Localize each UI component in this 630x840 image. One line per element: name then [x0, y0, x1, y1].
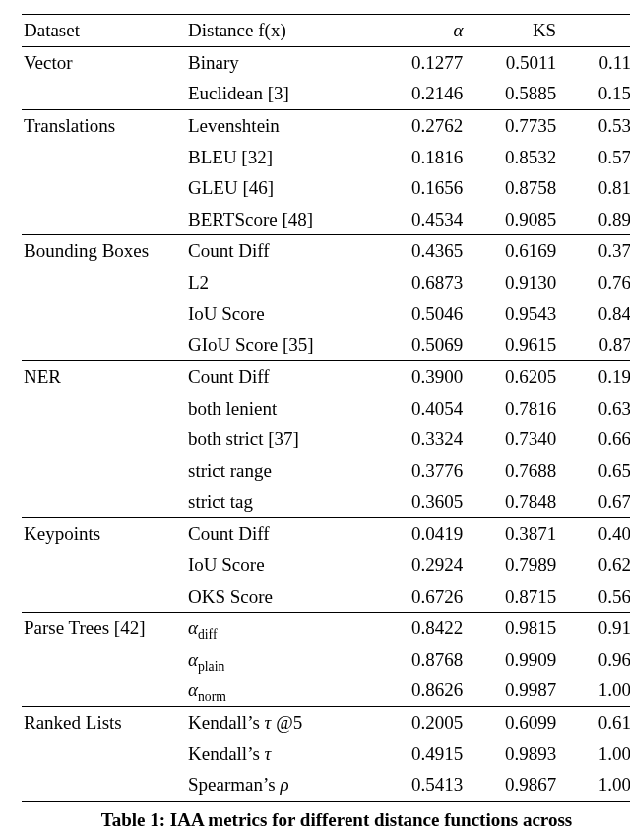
cell-function: Count Diff	[186, 361, 372, 393]
cell-function: L2	[186, 267, 372, 298]
cell-function: strict range	[186, 455, 372, 486]
col-function: Distance f(x)	[186, 15, 372, 47]
table-row: VectorBinary0.12770.50110.1151	[22, 46, 630, 78]
cell-ks: 0.7340	[465, 423, 558, 455]
cell-ks: 0.7989	[465, 549, 558, 581]
cell-ks: 0.7816	[465, 393, 558, 424]
cell-alpha: 0.5069	[372, 329, 466, 360]
cell-function: both lenient	[186, 393, 372, 424]
cell-alpha: 0.8422	[372, 613, 466, 644]
cell-dataset: Parse Trees [42]	[22, 613, 186, 644]
cell-dataset	[22, 393, 186, 424]
cell-dataset	[22, 739, 186, 770]
cell-alpha: 0.5413	[372, 769, 466, 801]
table-header-row: Dataset Distance f(x) α KS σ	[22, 15, 630, 47]
cell-function: Kendall’s τ	[186, 739, 372, 770]
table-row: KeypointsCount Diff0.04190.38710.4007	[22, 518, 630, 549]
cell-dataset	[22, 78, 186, 109]
cell-ks: 0.8715	[465, 581, 558, 613]
cell-function: αnorm	[186, 675, 372, 706]
cell-sigma: 0.6158	[558, 707, 630, 739]
cell-sigma: 0.1151	[558, 46, 630, 78]
cell-alpha: 0.8626	[372, 675, 466, 706]
cell-function: both strict [37]	[186, 423, 372, 455]
cell-sigma: 0.3736	[558, 235, 630, 267]
table-row: GLEU [46]0.16560.87580.8100	[22, 172, 630, 204]
cell-alpha: 0.4365	[372, 235, 466, 267]
cell-function: αdiff	[186, 613, 372, 644]
cell-ks: 0.9615	[465, 329, 558, 360]
cell-alpha: 0.8768	[372, 644, 466, 676]
cell-dataset	[22, 455, 186, 486]
col-alpha: α	[372, 15, 466, 47]
cell-ks: 0.3871	[465, 518, 558, 549]
cell-ks: 0.6099	[465, 707, 558, 739]
cell-ks: 0.7688	[465, 455, 558, 486]
cell-alpha: 0.2146	[372, 78, 466, 109]
cell-dataset: Bounding Boxes	[22, 235, 186, 267]
cell-ks: 0.9815	[465, 613, 558, 644]
cell-ks: 0.7735	[465, 109, 558, 141]
cell-alpha: 0.3900	[372, 361, 466, 393]
cell-dataset	[22, 581, 186, 613]
cell-alpha: 0.0419	[372, 518, 466, 549]
table-row: IoU Score0.29240.79890.6278	[22, 549, 630, 581]
table-row: NERCount Diff0.39000.62050.1969	[22, 361, 630, 393]
cell-sigma: 0.5373	[558, 109, 630, 141]
cell-function: Spearman’s ρ	[186, 769, 372, 801]
cell-sigma: 1.0000	[558, 769, 630, 801]
table-row: GIoU Score [35]0.50690.96150.8711	[22, 329, 630, 360]
table-row: TranslationsLevenshtein0.27620.77350.537…	[22, 109, 630, 141]
cell-sigma: 0.1593	[558, 78, 630, 109]
cell-ks: 0.9909	[465, 644, 558, 676]
cell-function: αplain	[186, 644, 372, 676]
cell-dataset	[22, 172, 186, 204]
cell-dataset	[22, 549, 186, 581]
table-row: both strict [37]0.33240.73400.6620	[22, 423, 630, 455]
cell-sigma: 1.0000	[558, 739, 630, 770]
cell-alpha: 0.2762	[372, 109, 466, 141]
cell-sigma: 0.4007	[558, 518, 630, 549]
cell-alpha: 0.2924	[372, 549, 466, 581]
cell-alpha: 0.1656	[372, 172, 466, 204]
cell-sigma: 0.9601	[558, 644, 630, 676]
cell-sigma: 0.5791	[558, 142, 630, 173]
cell-dataset: Vector	[22, 46, 186, 78]
table-row: BERTScore [48]0.45340.90850.8952	[22, 204, 630, 235]
cell-ks: 0.5011	[465, 46, 558, 78]
cell-ks: 0.7848	[465, 486, 558, 518]
col-sigma: σ	[558, 15, 630, 47]
cell-alpha: 0.4534	[372, 204, 466, 235]
table-row: Spearman’s ρ0.54130.98671.0000	[22, 769, 630, 801]
cell-sigma: 0.5666	[558, 581, 630, 613]
cell-sigma: 0.7640	[558, 267, 630, 298]
cell-ks: 0.8758	[465, 172, 558, 204]
iaa-metrics-table: Dataset Distance f(x) α KS σ VectorBinar…	[22, 14, 630, 802]
cell-alpha: 0.4915	[372, 739, 466, 770]
cell-sigma: 0.6620	[558, 423, 630, 455]
cell-ks: 0.9893	[465, 739, 558, 770]
cell-function: GLEU [46]	[186, 172, 372, 204]
cell-alpha: 0.3776	[372, 455, 466, 486]
cell-ks: 0.9543	[465, 298, 558, 330]
table-row: strict range0.37760.76880.6520	[22, 455, 630, 486]
cell-dataset	[22, 769, 186, 801]
table-row: Euclidean [3]0.21460.58850.1593	[22, 78, 630, 109]
cell-sigma: 0.8418	[558, 298, 630, 330]
cell-sigma: 0.9181	[558, 613, 630, 644]
cell-ks: 0.8532	[465, 142, 558, 173]
cell-sigma: 0.6324	[558, 393, 630, 424]
cell-dataset: NER	[22, 361, 186, 393]
table-row: strict tag0.36050.78480.6735	[22, 486, 630, 518]
cell-sigma: 0.6735	[558, 486, 630, 518]
table-row: αnorm0.86260.99871.0000	[22, 675, 630, 706]
table-row: OKS Score0.67260.87150.5666	[22, 581, 630, 613]
cell-alpha: 0.1816	[372, 142, 466, 173]
cell-dataset	[22, 423, 186, 455]
table-caption: Table 1: IAA metrics for different dista…	[22, 808, 630, 833]
cell-function: IoU Score	[186, 549, 372, 581]
cell-function: IoU Score	[186, 298, 372, 330]
cell-alpha: 0.3324	[372, 423, 466, 455]
cell-function: Levenshtein	[186, 109, 372, 141]
table-row: IoU Score0.50460.95430.8418	[22, 298, 630, 330]
